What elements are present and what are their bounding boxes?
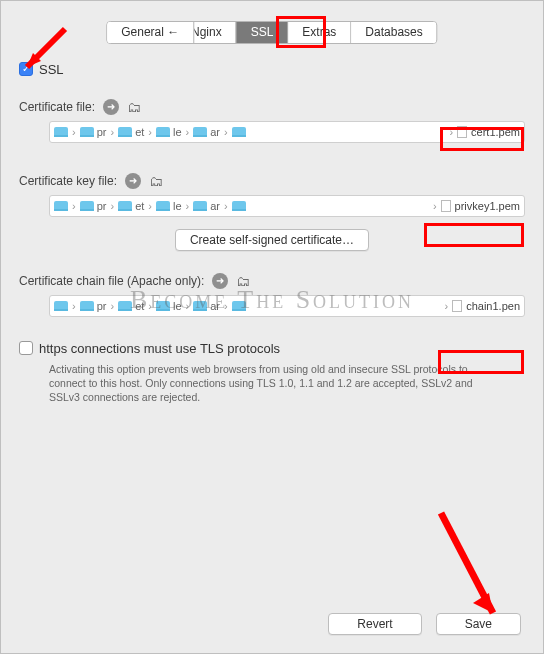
cert-file-name: cert1.pem <box>449 126 520 138</box>
chain-file-name: chain1.pen <box>445 300 521 312</box>
path-segment: et <box>118 200 144 212</box>
path-segment: le <box>156 126 182 138</box>
tls-checkbox[interactable]: https connections must use TLS protocols <box>19 341 280 356</box>
chain-file-label-row: Certificate chain file (Apache only): 🗂 <box>19 273 250 289</box>
path-segment <box>54 201 68 211</box>
key-file-path[interactable]: pr et le ar privkey1.pem <box>49 195 525 217</box>
tab-ssl[interactable]: SSL <box>237 22 289 43</box>
go-icon[interactable] <box>125 173 141 189</box>
save-button[interactable]: Save <box>436 613 521 635</box>
tls-description: Activating this option prevents web brow… <box>49 362 479 405</box>
ssl-enable-checkbox[interactable]: SSL <box>19 62 64 77</box>
folder-open-icon[interactable]: 🗂 <box>236 273 250 289</box>
path-segment: pr <box>80 126 107 138</box>
path-segment <box>232 201 246 211</box>
path-segment <box>54 127 68 137</box>
key-file-label: Certificate key file: <box>19 174 117 188</box>
path-segment <box>54 301 68 311</box>
path-segment: ar <box>193 126 220 138</box>
path-segment: le <box>156 300 182 312</box>
tab-extras[interactable]: Extras <box>288 22 351 43</box>
path-segment <box>232 127 246 137</box>
path-segment: ar <box>193 200 220 212</box>
path-segment <box>232 301 246 311</box>
path-segment: ar <box>193 300 220 312</box>
cert-file-path[interactable]: pr et le ar cert1.pem <box>49 121 525 143</box>
tab-apache[interactable]: Apache <box>107 22 177 43</box>
ssl-panel: SSL Certificate file: 🗂 pr et le ar cert… <box>19 61 525 573</box>
go-icon[interactable] <box>212 273 228 289</box>
file-icon <box>452 300 462 312</box>
key-file-label-row: Certificate key file: 🗂 <box>19 173 163 189</box>
cert-file-label-row: Certificate file: 🗂 <box>19 99 141 115</box>
cert-file-label: Certificate file: <box>19 100 95 114</box>
key-file-name: privkey1.pem <box>433 200 520 212</box>
go-icon[interactable] <box>103 99 119 115</box>
file-icon <box>457 126 467 138</box>
preferences-window: General Apache Nginx SSL Extras Database… <box>0 0 544 654</box>
path-segment: pr <box>80 200 107 212</box>
ssl-enable-label: SSL <box>39 62 64 77</box>
folder-open-icon[interactable]: 🗂 <box>149 173 163 189</box>
path-segment: le <box>156 200 182 212</box>
chain-file-path[interactable]: pr et le ar chain1.pen <box>49 295 525 317</box>
folder-open-icon[interactable]: 🗂 <box>127 99 141 115</box>
revert-button[interactable]: Revert <box>328 613 421 635</box>
footer-actions: Revert Save <box>328 613 521 635</box>
tab-bar: General Apache Nginx SSL Extras Database… <box>106 21 437 44</box>
path-segment: et <box>118 300 144 312</box>
create-self-signed-button[interactable]: Create self-signed certificate… <box>175 229 369 251</box>
tab-databases[interactable]: Databases <box>351 22 436 43</box>
checkbox-icon <box>19 341 33 355</box>
file-icon <box>441 200 451 212</box>
tls-checkbox-label: https connections must use TLS protocols <box>39 341 280 356</box>
svg-marker-3 <box>473 593 493 613</box>
tab-nginx[interactable]: Nginx <box>177 22 237 43</box>
chain-file-label: Certificate chain file (Apache only): <box>19 274 204 288</box>
path-segment: pr <box>80 300 107 312</box>
checkbox-icon <box>19 62 33 76</box>
path-segment: et <box>118 126 144 138</box>
